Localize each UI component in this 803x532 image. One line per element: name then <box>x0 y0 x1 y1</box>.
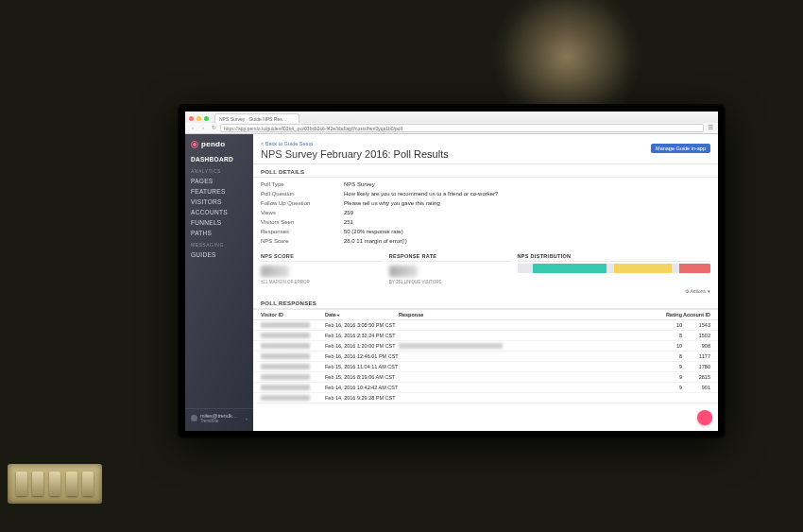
brand-name: pendo <box>201 140 226 148</box>
visitor-id-redacted <box>261 385 310 390</box>
table-row[interactable]: Feb 16, 2016 1:20:00 PM CST10908 <box>253 341 718 352</box>
sidebar-item-features[interactable]: FEATURES <box>185 186 253 197</box>
footer-org: TrendKite <box>200 419 243 423</box>
address-bar[interactable]: https://app.pendo.io/guides/f03b4_.po/03… <box>220 124 704 132</box>
table-row[interactable]: Feb 14, 2016 10:42:42 AM CST9901 <box>253 383 718 393</box>
metric-title: NPS SCORE <box>261 253 382 262</box>
cell-date: Feb 15, 2016 11:04:11 AM CST <box>325 364 399 369</box>
table-row[interactable]: Feb 15, 2016 8:19:06 AM CST92815 <box>253 372 718 383</box>
help-fab-button[interactable] <box>697 410 712 425</box>
cell-account: 1543 <box>682 322 710 328</box>
chevron-right-icon: › <box>246 416 248 421</box>
table-row[interactable]: Feb 16, 2016 12:46:01 PM CST81177 <box>253 352 718 362</box>
sidebar-item-visitors[interactable]: VISITORS <box>185 197 253 207</box>
visitor-id-redacted <box>261 343 310 349</box>
nps-distribution-bar <box>518 264 710 273</box>
detail-label: Follow Up Question <box>261 200 344 206</box>
visitor-id-redacted <box>261 333 310 338</box>
detail-value: 251 <box>344 219 710 225</box>
cell-date: Feb 15, 2016 8:19:06 AM CST <box>325 374 399 380</box>
dist-segment <box>614 264 672 273</box>
main-content: < Back to Guide Setup NPS Survey Februar… <box>253 134 718 431</box>
response-rate-value-redacted <box>389 266 418 277</box>
screen: NPS Survey · Guide NPS Res… ‹ › ↻ https:… <box>185 112 718 431</box>
detail-label: NPS Score <box>261 238 344 244</box>
dist-segment <box>679 264 710 273</box>
browser-chrome: NPS Survey · Guide NPS Res… ‹ › ↻ https:… <box>185 112 718 134</box>
chevron-down-icon[interactable]: ▾ <box>708 288 710 294</box>
cell-date: Feb 16, 2016 12:46:01 PM CST <box>325 353 399 359</box>
nav-forward-icon[interactable]: › <box>199 124 207 131</box>
cell-date: Feb 14, 2016 10:42:42 AM CST <box>325 385 399 390</box>
sidebar-item-accounts[interactable]: ACCOUNTS <box>185 207 253 217</box>
responses-table: Visitor ID Date▾ Response Rating Account… <box>253 309 718 403</box>
maximize-icon[interactable] <box>204 116 209 121</box>
cell-rating: 10 <box>654 322 682 328</box>
response-rate-metric: RESPONSE RATE BY 251 UNIQUE VISITORS <box>389 253 510 284</box>
detail-value: 28.0 11 margin of error(!) <box>344 238 710 244</box>
table-row[interactable]: Feb 16, 2016 2:32:24 PM CST81502 <box>253 331 718 341</box>
main-header: < Back to Guide Setup NPS Survey Februar… <box>253 134 718 164</box>
actions-dropdown[interactable]: Actions <box>691 288 706 294</box>
visitor-id-redacted <box>261 395 310 401</box>
dist-segment <box>607 264 614 273</box>
cell-rating: 9 <box>654 364 682 369</box>
sidebar-item-funnels[interactable]: FUNNELS <box>185 217 253 228</box>
table-header: Visitor ID Date▾ Response Rating Account… <box>253 310 718 320</box>
browser-tab[interactable]: NPS Survey · Guide NPS Res… <box>214 113 299 123</box>
sidebar-item-pages[interactable]: PAGES <box>185 176 253 186</box>
dist-segment <box>533 264 607 273</box>
sidebar-user-footer[interactable]: miles@trendk… TrendKite › <box>185 408 253 427</box>
reload-icon[interactable]: ↻ <box>210 124 217 131</box>
col-account[interactable]: Account ID <box>682 312 710 317</box>
sidebar-item-dashboard[interactable]: DASHBOARD <box>185 154 253 164</box>
section-title-poll-details: POLL DETAILS <box>253 164 718 178</box>
col-rating[interactable]: Rating <box>654 312 682 317</box>
detail-label: Responses <box>261 229 344 234</box>
cell-date: Feb 14, 2016 9:29:28 PM CST <box>325 395 399 401</box>
visitor-id-redacted <box>261 353 310 359</box>
nav-back-icon[interactable]: ‹ <box>189 124 196 131</box>
sidebar: pendo DASHBOARD ANALYTICS PAGES FEATURES… <box>185 134 253 431</box>
col-visitor[interactable]: Visitor ID <box>261 312 325 317</box>
cell-account: 1502 <box>682 333 710 338</box>
cell-account: 1780 <box>682 364 710 369</box>
brand-logo[interactable]: pendo <box>185 140 253 154</box>
cell-date: Feb 16, 2016 3:08:50 PM CST <box>325 322 399 328</box>
sidebar-section-analytics: ANALYTICS <box>185 164 253 176</box>
detail-value: NPS Survey <box>344 181 710 187</box>
minimize-icon[interactable] <box>196 116 201 121</box>
nps-distribution-metric: NPS DISTRIBUTION <box>518 253 710 284</box>
cell-rating: 8 <box>654 333 682 338</box>
back-to-guide-link[interactable]: < Back to Guide Setup <box>261 141 313 146</box>
cell-rating: 8 <box>654 353 682 359</box>
cell-rating: 10 <box>654 343 682 349</box>
nps-score-value-redacted <box>261 266 289 277</box>
table-row[interactable]: Feb 16, 2016 3:08:50 PM CST101543 <box>253 320 718 331</box>
pendo-logo-icon <box>191 141 198 148</box>
detail-value: 50 (20% response rate) <box>344 229 710 234</box>
close-icon[interactable] <box>189 116 194 121</box>
col-response[interactable]: Response <box>399 312 654 317</box>
nps-score-metric: NPS SCORE ±11 MARGIN OF ERROR <box>261 253 382 284</box>
gear-icon[interactable]: ⚙ <box>685 288 689 294</box>
cell-account: 2815 <box>682 374 710 380</box>
manage-guide-button[interactable]: Manage Guide in-app <box>651 144 710 153</box>
sidebar-item-guides[interactable]: GUIDES <box>185 249 253 260</box>
sidebar-section-messaging: MESSAGING <box>185 238 253 249</box>
cell-account: 1177 <box>682 353 710 359</box>
sort-desc-icon: ▾ <box>337 313 339 317</box>
table-row[interactable]: Feb 15, 2016 11:04:11 AM CST91780 <box>253 362 718 372</box>
page-title: NPS Survey February 2016: Poll Results <box>261 148 710 160</box>
metric-sub: ±11 MARGIN OF ERROR <box>261 280 382 284</box>
detail-value: 259 <box>344 210 710 215</box>
table-row[interactable]: Feb 14, 2016 9:29:28 PM CST <box>253 393 718 403</box>
sidebar-item-paths[interactable]: PATHS <box>185 228 253 238</box>
col-date[interactable]: Date▾ <box>325 312 399 317</box>
window-controls[interactable] <box>189 116 209 121</box>
dist-segment <box>518 264 533 273</box>
metric-title: NPS DISTRIBUTION <box>518 253 710 262</box>
physical-light-switch <box>8 464 102 504</box>
avatar-icon <box>191 415 197 421</box>
browser-menu-icon[interactable]: ☰ <box>707 124 714 131</box>
